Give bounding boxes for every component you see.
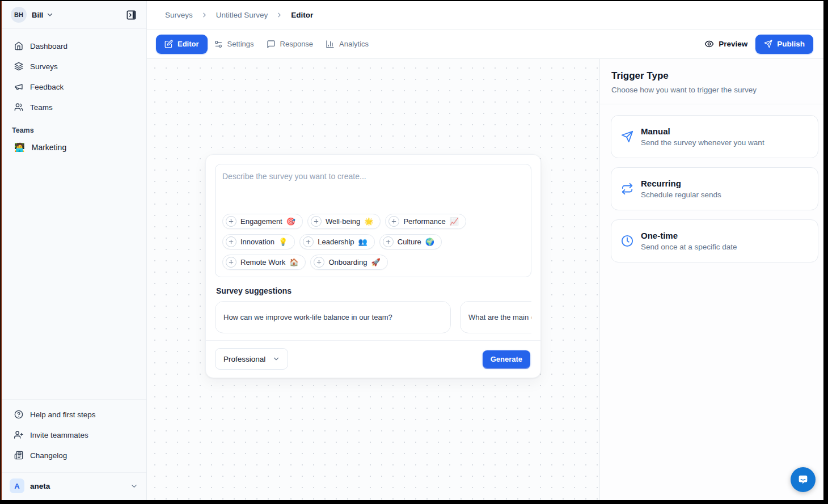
sidebar-item-changelog[interactable]: Changelog — [9, 446, 140, 464]
users-icon — [14, 103, 23, 112]
publish-button[interactable]: Publish — [755, 35, 813, 54]
sidebar-item-feedback[interactable]: Feedback — [9, 78, 140, 96]
toolbar: Editor Settings Response Analytics Previ… — [147, 29, 823, 58]
trigger-option-manual[interactable]: Manual Send the survey whenever you want — [611, 115, 818, 158]
sidebar-item-teams[interactable]: Teams — [9, 98, 140, 116]
chevron-down-icon — [130, 482, 138, 490]
suggestion-card[interactable]: How can we improve work-life balance in … — [215, 301, 451, 333]
panel-collapse-icon — [126, 10, 137, 20]
user-plus-icon — [14, 430, 23, 439]
trigger-title: Recurring — [641, 179, 721, 188]
suggestion-card[interactable]: What are the main ob — [460, 301, 531, 333]
preview-button[interactable]: Preview — [704, 39, 747, 49]
rocket-emoji-icon: 🚀 — [371, 258, 380, 266]
topic-chip-onboarding[interactable]: Onboarding🚀 — [310, 255, 387, 270]
megaphone-icon — [14, 82, 23, 91]
collapse-sidebar-button[interactable] — [122, 6, 140, 23]
chevron-down-icon[interactable] — [46, 11, 54, 19]
chevron-right-icon — [276, 11, 283, 19]
sidebar-header: BH Bill — [2, 1, 146, 29]
survey-prompt-input[interactable] — [222, 172, 524, 214]
plus-icon — [311, 216, 322, 227]
topic-label: Leadership — [318, 238, 354, 246]
preview-label: Preview — [719, 40, 747, 48]
trigger-description: Schedule regular sends — [641, 190, 721, 199]
workspace-name[interactable]: Bill — [32, 11, 43, 19]
technologist-emoji-icon: 🧑‍💻 — [14, 142, 25, 153]
newspaper-icon — [14, 451, 23, 460]
trigger-text: Recurring Schedule regular sends — [641, 179, 721, 199]
topic-label: Engagement — [240, 217, 282, 226]
trigger-option-recurring[interactable]: Recurring Schedule regular sends — [611, 167, 818, 210]
breadcrumb-untitled-survey[interactable]: Untitled Survey — [216, 11, 268, 19]
sidebar: BH Bill Dashboard Surveys Feedb — [2, 1, 147, 500]
sidebar-item-surveys[interactable]: Surveys — [9, 57, 140, 75]
panel-title: Trigger Type — [611, 70, 812, 82]
survey-suggestions-row: How can we improve work-life balance in … — [215, 301, 531, 340]
generate-button[interactable]: Generate — [483, 350, 530, 368]
bulb-emoji-icon: 💡 — [278, 238, 288, 246]
chat-launcher-button[interactable] — [791, 467, 816, 492]
account-avatar: A — [10, 478, 24, 493]
sidebar-item-dashboard[interactable]: Dashboard — [9, 37, 140, 55]
sidebar-item-help[interactable]: Help and first steps — [9, 405, 140, 423]
busts-emoji-icon: 👥 — [358, 238, 367, 246]
trigger-title: One-time — [641, 231, 737, 240]
tab-response[interactable]: Response — [260, 35, 320, 54]
topic-chip-performance[interactable]: Performance📈 — [385, 214, 466, 229]
chart-emoji-icon: 📈 — [450, 217, 459, 226]
panel-subtitle: Choose how you want to trigger the surve… — [611, 86, 812, 94]
sidebar-footer: Help and first steps Invite teammates Ch… — [2, 399, 146, 468]
sidebar-team-marketing[interactable]: 🧑‍💻 Marketing — [9, 138, 140, 157]
sidebar-item-label: Surveys — [30, 62, 58, 71]
sliders-icon — [214, 40, 223, 49]
topic-chip-wellbeing[interactable]: Well-being🌟 — [307, 214, 381, 229]
tab-label: Editor — [178, 40, 199, 48]
topic-chip-remote-work[interactable]: Remote Work🏠 — [222, 255, 306, 270]
bar-chart-icon — [326, 40, 335, 49]
sidebar-item-invite[interactable]: Invite teammates — [9, 426, 140, 444]
trigger-text: Manual Send the survey whenever you want — [641, 126, 764, 147]
topic-chip-innovation[interactable]: Innovation💡 — [222, 234, 295, 249]
trigger-panel-body: Manual Send the survey whenever you want… — [600, 104, 823, 262]
trigger-type-panel: Trigger Type Choose how you want to trig… — [599, 59, 823, 500]
app-window: BH Bill Dashboard Surveys Feedb — [2, 1, 823, 500]
topic-label: Innovation — [240, 238, 274, 246]
toolbar-right: Preview Publish — [704, 35, 813, 54]
sidebar-item-label: Changelog — [30, 451, 67, 460]
chevron-down-icon — [272, 355, 280, 363]
message-square-icon — [267, 40, 276, 49]
sidebar-spacer — [2, 157, 146, 399]
prompt-box: Engagement🎯 Well-being🌟 Performance📈 Inn… — [215, 164, 531, 277]
tab-settings[interactable]: Settings — [208, 35, 260, 54]
topic-label: Onboarding — [328, 258, 367, 266]
plus-icon — [383, 236, 394, 247]
tab-editor[interactable]: Editor — [156, 35, 208, 54]
main-area: Surveys Untitled Survey Editor Editor Se… — [147, 1, 823, 500]
globe-emoji-icon: 🌍 — [425, 238, 434, 246]
topic-chip-engagement[interactable]: Engagement🎯 — [222, 214, 303, 229]
repeat-icon — [621, 183, 633, 195]
account-switcher[interactable]: A aneta — [2, 472, 146, 500]
teams-section-label: Teams — [2, 118, 146, 138]
breadcrumb-surveys[interactable]: Surveys — [165, 11, 193, 19]
tone-select[interactable]: Professional — [215, 348, 288, 370]
publish-label: Publish — [777, 40, 805, 48]
team-label: Marketing — [32, 143, 66, 152]
sidebar-item-label: Invite teammates — [30, 431, 88, 439]
editor-canvas[interactable]: Engagement🎯 Well-being🌟 Performance📈 Inn… — [147, 59, 599, 500]
topic-chip-culture[interactable]: Culture🌍 — [379, 234, 442, 249]
tab-label: Settings — [227, 40, 254, 48]
topic-label: Well-being — [326, 217, 360, 226]
trigger-option-one-time[interactable]: One-time Send once at a specific date — [611, 219, 818, 262]
topic-chip-leadership[interactable]: Leadership👥 — [299, 234, 375, 249]
star-emoji-icon: 🌟 — [364, 217, 373, 226]
dart-emoji-icon: 🎯 — [286, 217, 295, 226]
plus-icon — [388, 216, 399, 227]
ai-survey-composer-card: Engagement🎯 Well-being🌟 Performance📈 Inn… — [205, 154, 541, 378]
eye-icon — [704, 39, 714, 49]
tab-analytics[interactable]: Analytics — [319, 35, 375, 54]
clock-icon — [621, 235, 633, 247]
workspace-avatar[interactable]: BH — [11, 7, 27, 23]
house-emoji-icon: 🏠 — [289, 258, 298, 266]
